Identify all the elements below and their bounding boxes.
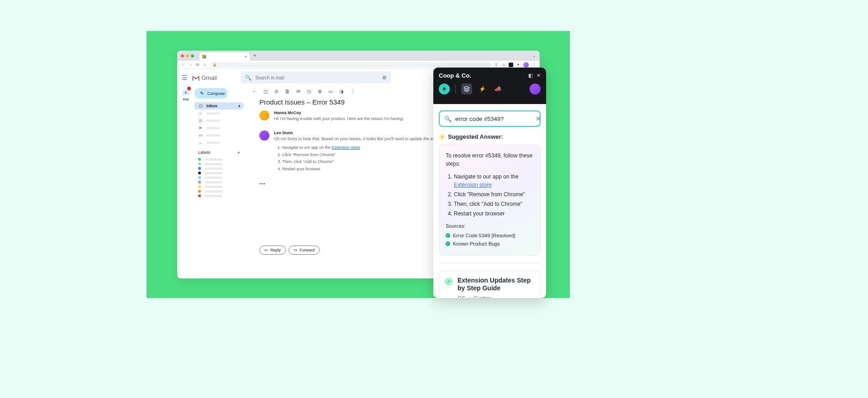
extension-store-link[interactable]: Extension store <box>454 182 492 188</box>
dock-icon[interactable]: ◧ <box>528 73 533 79</box>
close-tab-icon[interactable]: × <box>245 54 247 59</box>
sent-icon: ➤ <box>198 126 203 130</box>
stack-tab[interactable] <box>461 84 472 94</box>
compose-button[interactable]: ✎ Compose <box>195 88 227 99</box>
label-item[interactable] <box>195 157 244 162</box>
snooze-icon[interactable]: ◷ <box>307 89 311 94</box>
star-icon: ☆ <box>198 111 203 115</box>
minimize-window-icon[interactable] <box>186 54 189 58</box>
rail-mail-button[interactable]: 📧 <box>182 88 189 96</box>
back-to-inbox-icon[interactable]: ← <box>252 89 257 94</box>
label-item[interactable] <box>195 184 244 189</box>
user-avatar[interactable] <box>530 84 541 94</box>
bookmark-icon[interactable]: ☆ <box>501 63 506 67</box>
extension-store-link[interactable]: Extension store <box>332 145 360 150</box>
close-window-icon[interactable] <box>181 54 184 58</box>
search-filter-icon[interactable]: ⚙ <box>382 75 387 81</box>
mark-unread-icon[interactable]: ✉ <box>296 89 300 94</box>
add-task-icon[interactable]: ⊕ <box>318 89 322 94</box>
suggested-header: ⚡ Suggested Answer: <box>439 133 541 140</box>
add-label-button[interactable]: + <box>237 150 240 155</box>
check-icon: ✓ <box>445 278 453 286</box>
announce-tab[interactable]: 📣 <box>492 84 503 94</box>
coop-panel: Coop & Co. ◧ ✕ + ⚡ 📣 🔍 ✕ ⚡ Suggested Ans… <box>433 68 546 298</box>
nav-snoozed[interactable]: ◷ <box>195 117 244 124</box>
source-item[interactable]: ✓Known Product Bugs <box>446 240 534 248</box>
divider <box>455 84 456 94</box>
label-item[interactable] <box>195 175 244 180</box>
coop-search-input[interactable] <box>455 115 532 122</box>
browser-menu-icon[interactable]: ⋮ <box>531 63 536 67</box>
coop-search-bar[interactable]: 🔍 ✕ <box>439 110 541 127</box>
label-item[interactable] <box>195 180 244 184</box>
check-icon: ✓ <box>446 241 450 246</box>
move-to-icon[interactable]: ▭ <box>328 89 333 94</box>
forward-icon: ↪ <box>294 248 297 252</box>
label-item[interactable] <box>195 171 244 175</box>
inbox-count: 4 <box>238 104 240 108</box>
nav-drafts[interactable]: ▭ <box>195 131 244 139</box>
new-tab-button[interactable]: + <box>252 52 258 59</box>
reply-button[interactable]: ↩Reply <box>259 246 286 255</box>
draft-icon: ▭ <box>198 133 203 137</box>
compose-label: Compose <box>207 91 225 96</box>
archive-icon[interactable]: ◫ <box>263 89 268 94</box>
nav-inbox-label: Inbox <box>206 104 217 108</box>
nav-sent[interactable]: ➤ <box>195 124 244 131</box>
nav-more[interactable]: ⌄ <box>195 139 244 146</box>
forward-button[interactable]: ↪Forward <box>289 246 320 255</box>
label-color-icon <box>198 176 201 179</box>
forward-button[interactable]: → <box>188 63 193 67</box>
clear-search-icon[interactable]: ✕ <box>536 115 541 122</box>
report-spam-icon[interactable]: ⊘ <box>274 89 279 94</box>
inbox-icon: ◻ <box>198 104 203 108</box>
clock-icon: ◷ <box>198 118 203 123</box>
label-item[interactable] <box>195 194 244 198</box>
guide-title: Extension Updates Step by Step Guide <box>458 277 535 293</box>
share-icon[interactable]: ⇪ <box>494 63 499 67</box>
label-color-icon <box>198 190 201 193</box>
labels-header: Labels + <box>195 148 244 157</box>
nav-starred[interactable]: ☆ <box>195 110 244 117</box>
delete-icon[interactable]: 🗑 <box>285 89 290 94</box>
sender-name: Hanna McCoy <box>274 110 404 115</box>
maximize-window-icon[interactable] <box>191 54 194 58</box>
label-item[interactable] <box>195 189 244 194</box>
home-button[interactable]: ⌂ <box>203 63 207 67</box>
close-panel-icon[interactable]: ✕ <box>537 73 541 79</box>
new-action-button[interactable]: + <box>439 84 450 94</box>
labels-icon[interactable]: ◑ <box>339 89 344 94</box>
gmail-favicon-icon <box>202 55 206 58</box>
search-input[interactable] <box>255 75 379 80</box>
gmail-sidebar: ✎ Compose ◻ Inbox 4 ☆ ◷ ➤ ▭ ⌄ Labels + <box>195 86 246 278</box>
chrome-tab-strip: × + ⌄ <box>177 51 540 61</box>
extension-icon[interactable] <box>509 63 513 67</box>
more-actions-icon[interactable]: ⋮ <box>350 89 355 94</box>
extensions-puzzle-icon[interactable]: ✦ <box>516 63 521 67</box>
check-icon: ✓ <box>446 233 450 238</box>
tabs-overflow-icon[interactable]: ⌄ <box>532 53 536 58</box>
chevron-down-icon: ⌄ <box>198 140 203 145</box>
label-color-icon <box>198 158 201 161</box>
label-item[interactable] <box>195 166 244 171</box>
url-bar[interactable]: 🔒 <box>210 62 491 68</box>
window-controls[interactable] <box>181 54 194 58</box>
browser-tab[interactable]: × <box>200 52 250 61</box>
answer-intro: To resolve error #5349, follow these ste… <box>446 152 534 168</box>
main-menu-icon[interactable]: ☰ <box>182 74 188 81</box>
label-item[interactable] <box>195 162 244 166</box>
label-color-icon <box>198 185 201 188</box>
gmail-logo[interactable]: Gmail <box>192 74 217 81</box>
source-item[interactable]: ✓Error Code 5349 [Resolved] <box>446 232 534 240</box>
label-color-icon <box>198 181 201 183</box>
label-color-icon <box>198 162 201 165</box>
back-button[interactable]: ← <box>181 63 185 67</box>
profile-avatar[interactable] <box>523 62 529 68</box>
reload-button[interactable]: ⟳ <box>195 63 200 67</box>
separator <box>439 263 541 263</box>
search-bar[interactable]: 🔍 ⚙ <box>241 72 391 84</box>
bolt-tab[interactable]: ⚡ <box>477 84 488 94</box>
nav-inbox[interactable]: ◻ Inbox 4 <box>195 102 244 110</box>
guide-card[interactable]: ✓ Extension Updates Step by Step Guide C… <box>439 271 541 298</box>
mail-badge <box>187 87 191 90</box>
